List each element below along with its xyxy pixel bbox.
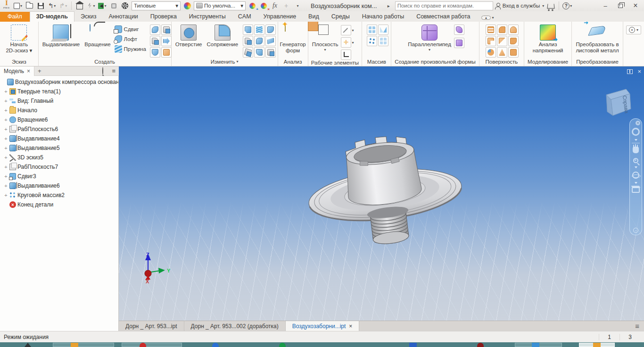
browser-tab-model[interactable]: Модель × — [0, 66, 34, 76]
expand-icon[interactable]: + — [4, 126, 8, 132]
tab-get-started[interactable]: Начало работы — [356, 12, 410, 22]
expand-icon[interactable]: + — [4, 136, 8, 141]
hole-button[interactable]: Отверстие — [173, 24, 204, 49]
tab-cam[interactable]: CAM — [232, 12, 257, 22]
zoom-button[interactable] — [633, 158, 638, 163]
sweep-button[interactable]: Сдвиг — [114, 25, 147, 33]
zoom-dropdown-icon[interactable] — [635, 166, 637, 168]
tab-manage[interactable]: Управление — [257, 12, 303, 22]
undo-button[interactable]: ↰▾ — [47, 1, 57, 10]
taskbar-app-6-icon[interactable] — [477, 343, 484, 347]
panel-label-sketch[interactable]: Эскиз — [0, 58, 38, 66]
panel-label-create[interactable]: Создать — [39, 58, 171, 66]
tree-item-origin[interactable]: + Начало — [0, 106, 118, 115]
tab-tools[interactable]: Инструменты — [183, 12, 232, 22]
offset-surface-button[interactable] — [486, 47, 496, 58]
tree-item-solid-bodies[interactable]: + Твердые тела(1) — [0, 87, 118, 96]
expand-icon[interactable]: + — [4, 107, 8, 113]
appearance-wheel-button[interactable] — [182, 1, 192, 10]
ruled-surface-button[interactable] — [497, 47, 507, 58]
material-browser-button[interactable]: ▾ — [98, 1, 107, 10]
decal-button[interactable] — [161, 25, 172, 35]
tree-item-circular-pattern2[interactable]: + Круговой массив2 — [0, 190, 118, 200]
constraint-button[interactable] — [109, 1, 118, 10]
stress-analysis-button[interactable]: Анализ напряжений — [531, 24, 565, 55]
close-window-button[interactable]: × — [629, 1, 642, 10]
move-bodies-button[interactable] — [265, 47, 276, 58]
loft-button[interactable]: Лофт — [114, 35, 147, 43]
graphics-viewport[interactable]: Справа × – × Z Y X — [119, 66, 644, 321]
rectangular-pattern-button[interactable] — [367, 25, 377, 35]
panel-label-pattern[interactable]: Массив — [362, 58, 391, 66]
derive-button[interactable] — [150, 36, 160, 46]
expand-icon[interactable]: + — [4, 89, 8, 94]
convert-sheetmetal-button[interactable]: Преобразовать в листовой металл — [574, 24, 620, 55]
tab-inspect[interactable]: Проверка — [144, 12, 183, 22]
help-button[interactable]: ?▾ — [562, 1, 572, 10]
expand-icon[interactable]: + — [4, 155, 8, 160]
fillet-button[interactable]: Сопряжение — [205, 24, 240, 49]
navbar-more-button[interactable]: – — [633, 228, 638, 233]
revolve-button[interactable]: Вращение — [83, 24, 112, 49]
freeform-box-button[interactable]: Параллелепипед ▾ — [406, 24, 453, 53]
panel-label-convert[interactable]: Преобразование — [572, 58, 623, 66]
tree-item-end-of-part[interactable]: × Конец детали — [0, 200, 118, 209]
tree-item-view-rep[interactable]: + Вид: Главный — [0, 96, 118, 106]
replace-face-button[interactable] — [508, 36, 519, 46]
expand-icon[interactable]: + — [4, 174, 8, 179]
add-browser-tab-button[interactable]: + — [34, 67, 45, 74]
thread-button[interactable] — [254, 25, 264, 35]
save-button[interactable] — [36, 1, 45, 10]
taskbar-app-4-icon[interactable] — [279, 343, 286, 347]
taskbar-app-5-icon[interactable] — [409, 343, 417, 347]
unwrap-button[interactable] — [161, 47, 172, 58]
tab-file[interactable]: Файл — [0, 12, 30, 22]
expand-icon[interactable]: + — [4, 164, 8, 170]
stitch-button[interactable] — [486, 25, 496, 35]
import-button[interactable] — [161, 36, 172, 46]
tree-item-extrude5[interactable]: + Выдавливание5 — [0, 143, 118, 153]
tab-3d-model[interactable]: 3D-модель — [30, 11, 74, 22]
split-button[interactable] — [243, 47, 253, 58]
search-input[interactable] — [397, 3, 491, 8]
close-icon[interactable]: × — [349, 323, 352, 330]
combine-button[interactable] — [254, 36, 264, 46]
windows-taskbar[interactable] — [0, 342, 644, 347]
ribbon-collapse-button[interactable]: ▲ ▾ — [481, 16, 494, 22]
start-icon[interactable] — [25, 343, 31, 347]
browser-menu-button[interactable]: ≡ — [108, 67, 119, 74]
home-view-button[interactable] — [75, 1, 84, 10]
panel-label-analysis[interactable]: Анализ — [278, 58, 308, 66]
shape-generator-button[interactable]: Генератор форм — [278, 24, 308, 55]
adjust-appearance-button[interactable]: + — [248, 1, 257, 10]
render-style-button[interactable] — [120, 1, 130, 10]
taskbar-app-3-icon[interactable] — [212, 343, 219, 347]
panel-label-modify[interactable]: Изменить ▾ — [172, 58, 278, 66]
mirror-button[interactable] — [378, 25, 388, 35]
parameters-button[interactable]: fx — [270, 1, 280, 10]
panel-label-work-features[interactable]: Рабочие элементы — [308, 60, 362, 66]
tree-item-3dsketch5[interactable]: + 3D эскиз5 — [0, 153, 118, 162]
doc-tab-1[interactable]: Дорн _ Арт. 953...ipt — [119, 321, 184, 331]
appearance-dropdown[interactable]: По умолча...▾ — [194, 1, 246, 10]
qat-customize-button[interactable]: ▾ — [293, 1, 302, 10]
material-dropdown[interactable]: Типовые▾ — [132, 1, 181, 10]
minimize-button[interactable]: – — [599, 1, 612, 10]
doc-tab-2[interactable]: Дорн _ Арт. 953...002 (доработка) — [184, 321, 286, 331]
restore-window-button[interactable] — [614, 1, 627, 10]
local-update-button[interactable]: ▾ — [86, 1, 96, 10]
thicken-button[interactable] — [265, 36, 276, 46]
tree-item-workplane6[interactable]: + РабПлоскость6 — [0, 124, 118, 134]
help-search-box[interactable] — [395, 1, 493, 10]
work-axis-button[interactable] — [341, 25, 351, 35]
freeform-face-button[interactable] — [454, 25, 464, 35]
navbar-close-button[interactable]: × — [636, 121, 640, 125]
expand-icon[interactable]: + — [4, 192, 8, 198]
tab-list-menu-button[interactable]: ≡ — [630, 321, 644, 331]
app-store-button[interactable] — [546, 1, 555, 10]
new-file-button[interactable]: ▾ — [13, 1, 23, 10]
tree-item-revolve6[interactable]: + Вращение6 — [0, 115, 118, 124]
patch-button[interactable] — [497, 25, 507, 35]
clear-appearance-button[interactable]: × — [259, 1, 268, 10]
pan-button[interactable] — [633, 147, 639, 153]
